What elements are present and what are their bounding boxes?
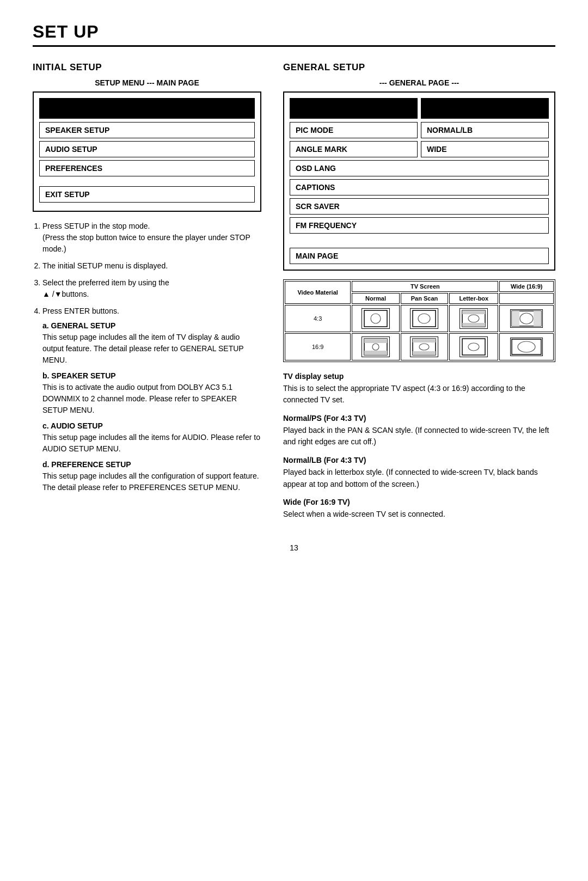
- sub-instruction-b-label: b. SPEAKER SETUP: [42, 371, 116, 380]
- tv-icon-wide-4-3: [510, 309, 543, 328]
- sub-instruction-d: d. PREFERENCE SETUP This setup page incl…: [42, 459, 261, 493]
- sub-instruction-d-text: This setup page includes all the configu…: [42, 472, 259, 492]
- initial-setup-section: INITIAL SETUP SETUP MENU --- MAIN PAGE S…: [33, 62, 261, 527]
- menu-item-preferences[interactable]: PREFERENCES: [39, 160, 255, 176]
- td-4-3-pan-scan: [401, 305, 448, 332]
- svg-rect-17: [413, 339, 436, 342]
- desc-normal-ps-label: Normal/PS (For 4:3 TV): [283, 414, 366, 423]
- sub-instruction-b-text: This is to activate the audio output fro…: [42, 383, 237, 414]
- general-highlight-right: [421, 98, 549, 119]
- desc-wide: Wide (For 16:9 TV) Select when a wide-sc…: [283, 497, 555, 520]
- menu-item-normal-lb[interactable]: NORMAL/LB: [421, 122, 549, 138]
- sub-instruction-c-label: c. AUDIO SETUP: [42, 421, 103, 430]
- initial-setup-menu-box: SPEAKER SETUP AUDIO SETUP PREFERENCES EX…: [33, 91, 261, 212]
- menu-item-pic-mode[interactable]: PIC MODE: [290, 122, 418, 138]
- menu-item-wide[interactable]: WIDE: [421, 141, 549, 157]
- menu-item-captions[interactable]: CAPTIONS: [290, 179, 549, 195]
- td-16-9-pan-scan: [401, 333, 448, 360]
- menu-item-angle-mark[interactable]: ANGLE MARK: [290, 141, 418, 157]
- th-tv-screen: TV Screen: [352, 281, 498, 292]
- svg-point-11: [520, 313, 533, 324]
- svg-point-1: [371, 314, 381, 323]
- desc-normal-lb: Normal/LB (For 4:3 TV) Played back in le…: [283, 455, 555, 490]
- td-ratio-4-3: 4:3: [285, 305, 351, 332]
- tv-icon-16-9-pan-scan: [410, 337, 438, 357]
- menu-item-osd-lang[interactable]: OSD LANG: [290, 160, 549, 176]
- sub-instruction-a-label: a. GENERAL SETUP: [42, 321, 115, 330]
- desc-normal-ps: Normal/PS (For 4:3 TV) Played back in th…: [283, 413, 555, 448]
- desc-normal-lb-label: Normal/LB (For 4:3 TV): [283, 456, 366, 464]
- svg-point-21: [468, 343, 479, 351]
- tv-diagram-section: Video Material TV Screen Wide (16:9) Nor…: [283, 279, 555, 362]
- td-4-3-normal: [352, 305, 399, 332]
- th-wide: Wide (16:9): [499, 281, 554, 292]
- tv-icon-wide-16-9: [510, 338, 543, 356]
- sub-instructions-list: a. GENERAL SETUP This setup page include…: [42, 320, 261, 493]
- desc-normal-ps-text: Played back in the PAN & SCAN style. (If…: [283, 426, 549, 446]
- menu-item-main-page[interactable]: MAIN PAGE: [290, 248, 549, 264]
- general-highlight-left: [290, 98, 418, 119]
- general-top-row: [290, 98, 549, 119]
- svg-rect-5: [462, 310, 485, 314]
- svg-point-19: [419, 344, 429, 350]
- menu-item-audio-setup[interactable]: AUDIO SETUP: [39, 141, 255, 157]
- tv-icon-4-3-normal: [362, 308, 390, 329]
- tv-diagram-table: Video Material TV Screen Wide (16:9) Nor…: [283, 279, 555, 362]
- initial-setup-highlight: [39, 98, 255, 119]
- general-setup-menu-box: PIC MODE NORMAL/LB ANGLE MARK WIDE OSD L…: [283, 91, 555, 271]
- svg-point-23: [518, 341, 535, 352]
- instructions-section: Press SETUP in the stop mode.(Press the …: [33, 221, 261, 493]
- td-wide-16-9: [499, 333, 554, 360]
- instruction-2-text: The initial SETUP menu is displayed.: [42, 261, 168, 270]
- td-16-9-normal: [352, 333, 399, 360]
- general-setup-sub-title: --- GENERAL PAGE ---: [283, 78, 555, 87]
- descriptions-section: TV display setup This is to select the a…: [283, 371, 555, 521]
- svg-rect-2: [413, 310, 436, 327]
- svg-rect-6: [462, 323, 485, 327]
- instruction-4: Press ENTER buttons. a. GENERAL SETUP Th…: [42, 305, 261, 493]
- sub-instruction-c: c. AUDIO SETUP This setup page includes …: [42, 420, 261, 455]
- svg-point-15: [372, 344, 379, 350]
- initial-setup-sub-title: SETUP MENU --- MAIN PAGE: [33, 78, 261, 87]
- menu-item-speaker-setup[interactable]: SPEAKER SETUP: [39, 122, 255, 138]
- td-4-3-letter-box: [449, 305, 498, 332]
- desc-wide-text: Select when a wide-screen TV set is conn…: [283, 510, 445, 518]
- tv-icon-4-3-letter-box: [460, 308, 488, 329]
- th-video-material: Video Material: [285, 281, 351, 304]
- td-wide-4-3: [499, 305, 554, 332]
- instruction-3: Select the preferred item by using the /…: [42, 277, 261, 300]
- general-setup-section: GENERAL SETUP --- GENERAL PAGE --- PIC M…: [283, 62, 555, 527]
- svg-rect-10: [534, 311, 541, 326]
- sub-instruction-c-text: This setup page includes all the items f…: [42, 433, 260, 453]
- instruction-4-text: Press ENTER buttons.: [42, 307, 119, 315]
- svg-rect-0: [364, 310, 387, 327]
- general-grid: PIC MODE NORMAL/LB ANGLE MARK WIDE OSD L…: [290, 122, 549, 264]
- desc-wide-label: Wide (For 16:9 TV): [283, 498, 350, 506]
- instruction-1: Press SETUP in the stop mode.(Press the …: [42, 221, 261, 255]
- menu-item-fm-frequency[interactable]: FM FREQUENCY: [290, 217, 549, 234]
- svg-rect-18: [413, 351, 436, 355]
- menu-item-scr-saver[interactable]: SCR SAVER: [290, 198, 549, 215]
- spacer: [290, 236, 549, 245]
- desc-normal-lb-text: Played back in letterbox style. (If conn…: [283, 468, 538, 488]
- menu-item-exit-setup[interactable]: EXIT SETUP: [39, 186, 255, 203]
- initial-setup-title: INITIAL SETUP: [33, 62, 261, 73]
- th-normal: Normal: [352, 293, 399, 304]
- sub-instruction-b: b. SPEAKER SETUP This is to activate the…: [42, 370, 261, 416]
- tv-icon-16-9-normal: [362, 337, 390, 357]
- th-pan-scan: Pan Scan: [401, 293, 448, 304]
- general-setup-title: GENERAL SETUP: [283, 62, 555, 73]
- tv-icon-4-3-pan-scan: [410, 308, 438, 329]
- td-16-9-letter-box: [449, 333, 498, 360]
- tv-icon-16-9-letter-box: [460, 337, 488, 357]
- svg-point-3: [418, 314, 430, 323]
- svg-point-7: [468, 315, 479, 322]
- page-number: 13: [33, 543, 555, 552]
- instruction-3-text: Select the preferred item by using the /…: [42, 278, 169, 298]
- svg-rect-9: [512, 311, 519, 326]
- sub-instruction-d-label: d. PREFERENCE SETUP: [42, 460, 131, 469]
- th-wide-col: [499, 293, 554, 304]
- td-ratio-16-9: 16:9: [285, 333, 351, 360]
- sub-instruction-a-text: This setup page includes all the item of…: [42, 333, 243, 364]
- instructions-list: Press SETUP in the stop mode.(Press the …: [33, 221, 261, 493]
